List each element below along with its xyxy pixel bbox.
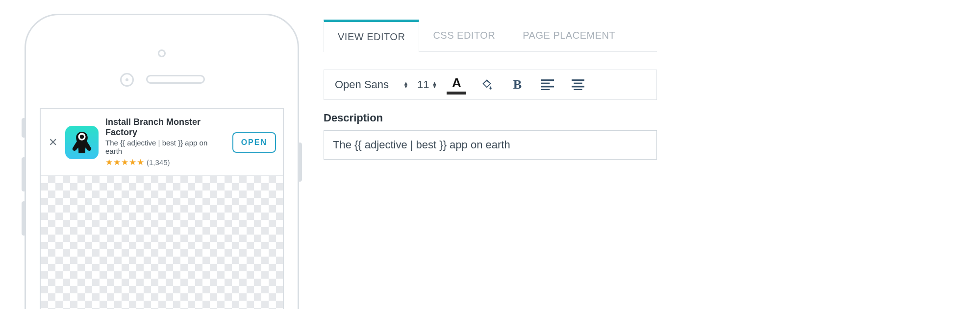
description-label: Description <box>324 112 657 124</box>
phone-sensor-dot <box>158 49 166 57</box>
phone-side-button <box>22 157 26 191</box>
tab-page-placement[interactable]: PAGE PLACEMENT <box>509 20 629 51</box>
svg-rect-7 <box>574 83 582 84</box>
align-center-button[interactable] <box>567 79 589 90</box>
font-family-value: Open Sans <box>335 78 389 91</box>
text-color-button[interactable]: A <box>446 75 467 95</box>
transparent-placeholder <box>41 176 283 309</box>
tab-css-editor[interactable]: CSS EDITOR <box>419 20 509 51</box>
svg-rect-2 <box>541 79 554 81</box>
phone-side-button <box>22 201 26 236</box>
svg-rect-8 <box>572 86 584 87</box>
svg-rect-5 <box>541 89 550 90</box>
text-color-icon: A <box>452 75 461 91</box>
open-button[interactable]: OPEN <box>232 132 276 153</box>
banner-title: Install Branch Monster Factory <box>105 117 226 138</box>
text-color-swatch <box>447 92 466 95</box>
align-center-icon <box>572 79 584 90</box>
editor-panel: VIEW EDITOR CSS EDITOR PAGE PLACEMENT Op… <box>324 20 657 160</box>
sort-arrows-icon: ▲▼ <box>403 81 408 88</box>
svg-rect-4 <box>541 86 554 87</box>
font-size-value: 11 <box>417 78 429 91</box>
banner-rating: ★★★★★ (1,345) <box>105 157 226 167</box>
phone-speaker <box>146 75 205 84</box>
tab-bar: VIEW EDITOR CSS EDITOR PAGE PLACEMENT <box>324 20 657 52</box>
close-icon[interactable]: ✕ <box>48 137 58 148</box>
app-icon <box>65 126 99 159</box>
svg-rect-6 <box>572 79 584 81</box>
bold-button[interactable]: B <box>506 77 528 92</box>
svg-rect-3 <box>541 83 550 84</box>
star-icons: ★★★★★ <box>105 157 145 167</box>
banner-text-block: Install Branch Monster Factory The {{ ad… <box>105 117 226 167</box>
monster-icon <box>69 129 95 156</box>
phone-mockup: ✕ Install Branch Monster Factory The {{ … <box>25 14 299 309</box>
rating-count: (1,345) <box>147 158 170 166</box>
phone-side-button <box>298 143 302 182</box>
sort-arrows-icon: ▲▼ <box>432 81 437 88</box>
font-size-select[interactable]: 11 ▲▼ <box>417 78 437 91</box>
text-toolbar: Open Sans ▲▼ 11 ▲▼ A B <box>324 70 657 100</box>
align-left-icon <box>541 79 554 90</box>
paint-bucket-icon <box>480 78 493 91</box>
smart-banner: ✕ Install Branch Monster Factory The {{ … <box>41 109 283 176</box>
phone-screen: ✕ Install Branch Monster Factory The {{ … <box>40 108 284 309</box>
font-family-select[interactable]: Open Sans ▲▼ <box>335 78 408 91</box>
svg-rect-9 <box>574 89 582 90</box>
fill-color-button[interactable] <box>476 78 498 91</box>
svg-point-1 <box>80 134 84 138</box>
phone-camera <box>120 73 134 87</box>
align-left-button[interactable] <box>537 79 558 90</box>
phone-side-button <box>22 118 26 138</box>
banner-subtitle: The {{ adjective | best }} app on earth <box>105 139 226 155</box>
tab-view-editor[interactable]: VIEW EDITOR <box>324 20 419 51</box>
bold-icon: B <box>513 77 522 92</box>
description-input[interactable] <box>324 130 657 160</box>
